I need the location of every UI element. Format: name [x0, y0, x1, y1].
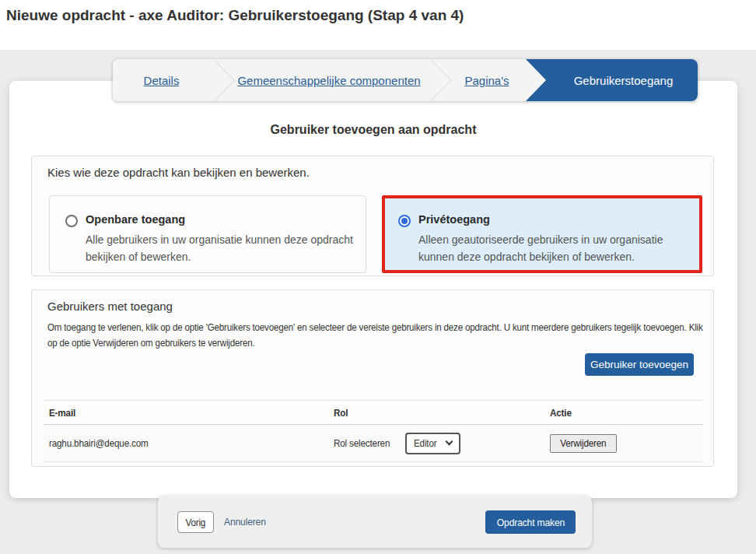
option-private-title: Privétoegang: [418, 213, 490, 226]
option-public-description: Alle gebruikers in uw organisatie kunnen…: [86, 232, 356, 265]
table-row: raghu.bhairi@deque.com Rol selecteren Ed…: [44, 425, 703, 462]
role-select-label: Rol selecteren: [334, 437, 390, 449]
header-role: Rol: [334, 407, 550, 419]
role-select-dropdown[interactable]: Editor: [405, 433, 460, 454]
previous-button[interactable]: Vorig: [177, 511, 214, 533]
users-section-description: Om toegang te verlenen, klik op de optie…: [47, 320, 705, 350]
wizard-step-user-access-active: Gebruikerstoegang: [526, 59, 698, 101]
users-table: E-mail Rol Actie raghu.bhairi@deque.com …: [44, 400, 703, 462]
main-card: Gebruiker toevoegen aan opdracht Kies wi…: [9, 81, 737, 498]
wizard-step-common-components-link[interactable]: Gemeenschappelijke componenten: [237, 74, 420, 87]
add-user-button[interactable]: Gebruiker toevoegen: [585, 353, 694, 376]
chevron-down-icon: [446, 438, 453, 446]
wizard-step-bar: Details Gemeenschappelijke componenten P…: [113, 59, 698, 101]
access-choice-section: Kies wie deze opdracht kan bekijken en b…: [31, 156, 714, 276]
radio-private-access[interactable]: [398, 215, 411, 227]
option-public-access[interactable]: Openbare toegang Alle gebruikers in uw o…: [49, 195, 366, 273]
header-email: E-mail: [44, 407, 334, 419]
create-assignment-button[interactable]: Opdracht maken: [485, 510, 576, 534]
user-action-cell: Verwijderen: [550, 434, 703, 453]
header-action: Actie: [550, 407, 703, 419]
wizard-step-common-components[interactable]: Gemeenschappelijke componenten: [232, 59, 426, 101]
page-header: Nieuwe opdracht - axe Auditor: Gebruiker…: [0, 0, 756, 50]
wizard-step-pages-link[interactable]: Pagina's: [464, 74, 509, 87]
users-with-access-section: Gebruikers met toegang Om toegang te ver…: [31, 289, 714, 467]
page-title: Nieuwe opdracht - axe Auditor: Gebruiker…: [6, 7, 464, 24]
user-role-cell: Rol selecteren Editor: [334, 433, 550, 454]
wizard-step-user-access-label: Gebruikerstoegang: [574, 74, 674, 87]
chevron-right-separator-icon: [210, 59, 232, 101]
user-email-cell: raghu.bhairi@deque.com: [44, 437, 334, 449]
cancel-link[interactable]: Annuleren: [224, 516, 271, 528]
chevron-right-separator-icon: [426, 59, 448, 101]
option-private-access-highlighted[interactable]: Privétoegang Alleen geautoriseerde gebru…: [382, 195, 702, 273]
role-selected-value: Editor: [414, 437, 436, 449]
option-private-description: Alleen geautoriseerde gebruikers in uw o…: [418, 232, 700, 265]
access-section-label: Kies wie deze opdracht kan bekijken en b…: [47, 166, 310, 179]
wizard-step-details-link[interactable]: Details: [144, 74, 180, 87]
main-heading: Gebruiker toevoegen aan opdracht: [9, 123, 737, 137]
users-table-header-row: E-mail Rol Actie: [44, 400, 703, 425]
footer-action-bar: Vorig Annuleren Opdracht maken: [158, 496, 592, 548]
wizard-step-pages[interactable]: Pagina's: [448, 59, 526, 101]
radio-public-access[interactable]: [65, 215, 78, 227]
remove-user-button[interactable]: Verwijderen: [550, 434, 617, 453]
option-public-title: Openbare toegang: [86, 213, 185, 226]
users-section-label: Gebruikers met toegang: [47, 300, 173, 313]
